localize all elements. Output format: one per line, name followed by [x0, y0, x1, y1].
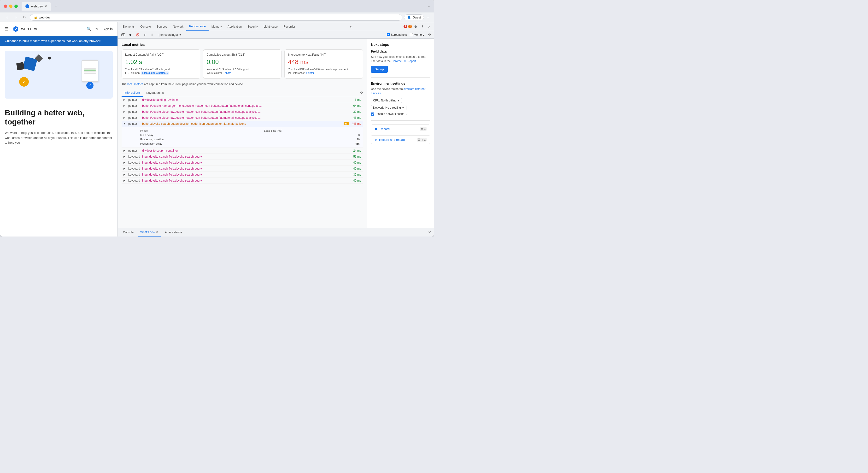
minimize-window-button[interactable] [9, 5, 12, 8]
next-steps-title: Next steps [371, 42, 430, 47]
bottom-tab-whats-new[interactable]: What's new ✕ [138, 228, 161, 237]
table-row[interactable]: ▶ keyboard input.devsite-search-field.de… [122, 178, 363, 184]
interactions-tab[interactable]: Interactions [122, 89, 144, 97]
tab-performance[interactable]: Performance [186, 22, 209, 31]
new-tab-button[interactable]: + [53, 3, 59, 10]
error-badge: 2 [404, 25, 407, 28]
table-row[interactable]: ▶ pointer div.devsite-search-container 2… [122, 148, 363, 154]
setup-button[interactable]: Set up [371, 66, 388, 73]
expand-icon[interactable]: ⌄ [428, 5, 430, 8]
url-text: web.dev [39, 16, 50, 19]
row-toggle-icon[interactable]: ▶ [123, 179, 126, 182]
row-toggle-icon[interactable]: ▶ [123, 104, 126, 107]
field-data-section: Field data See how your local metrics co… [371, 50, 430, 73]
row-toggle-icon[interactable]: ▶ [123, 155, 126, 158]
blue-check-icon: ✓ [89, 84, 91, 87]
search-icon[interactable]: 🔍 [87, 27, 91, 31]
row-toggle-icon[interactable]: ▼ [123, 122, 126, 125]
url-bar[interactable]: 🔒 web.dev [30, 14, 402, 21]
local-metrics-link[interactable]: local metrics [127, 83, 144, 86]
back-button[interactable]: ‹ [4, 14, 10, 21]
tab-security[interactable]: Security [245, 22, 261, 31]
devtools-panel: Elements Console Sources Network Perform… [118, 22, 434, 237]
tab-console[interactable]: Console [137, 22, 154, 31]
reload-button[interactable]: ↻ [21, 14, 28, 21]
disable-cache-checkbox[interactable] [371, 113, 374, 116]
table-row[interactable]: ▶ keyboard input.devsite-search-field.de… [122, 172, 363, 178]
table-row[interactable]: ▼ pointer button.devsite-search-button.d… [122, 121, 363, 127]
row-toggle-icon[interactable]: ▶ [123, 116, 126, 119]
row-toggle-icon[interactable]: ▶ [123, 98, 126, 101]
table-row[interactable]: ▶ keyboard input.devsite-search-field.de… [122, 160, 363, 166]
security-icon: 🔒 [34, 16, 37, 19]
clear-button[interactable]: 🚫 [135, 32, 140, 37]
memory-checkbox[interactable] [410, 33, 413, 36]
layout-shifts-tab[interactable]: Layout shifts [144, 89, 167, 96]
record-label: Record [379, 127, 390, 131]
tab-memory[interactable]: Memory [209, 22, 225, 31]
recordings-dropdown[interactable]: (no recordings) ▼ [157, 33, 184, 37]
row-toggle-icon[interactable]: ▶ [123, 110, 126, 113]
table-row[interactable]: ▶ keyboard input.devsite-search-field.de… [122, 166, 363, 172]
table-row[interactable]: ▶ keyboard input.devsite-search-field.de… [122, 154, 363, 160]
lcp-detail-link[interactable]: h3#building-a-better-... [141, 71, 169, 75]
help-icon[interactable]: ? [406, 112, 408, 116]
screenshots-checkbox[interactable] [387, 33, 390, 36]
record-button[interactable]: ⏺ Record ⌘ E [371, 124, 430, 134]
record-button[interactable]: ⏺ [128, 32, 133, 37]
memory-checkbox-label[interactable]: Memory [410, 33, 424, 36]
table-row[interactable]: ▶ pointer button#devsite-hamburger-menu.… [122, 103, 363, 109]
performance-main: Local metrics Largest Contentful Paint (… [118, 39, 367, 228]
bottom-right: ✕ [428, 230, 431, 235]
table-row[interactable]: ▶ pointer button#devsite-close-nav.devsi… [122, 115, 363, 121]
row-toggle-icon[interactable]: ▶ [123, 149, 126, 152]
close-window-button[interactable] [4, 5, 7, 8]
load-profile-button[interactable]: ⬆ [142, 32, 148, 37]
cls-card: Cumulative Layout Shift (CLS) 0.00 Your … [203, 50, 282, 79]
bottom-tab-ai[interactable]: AI assistance [162, 228, 184, 237]
row-toggle-icon[interactable]: ▶ [123, 167, 126, 170]
refresh-icon[interactable]: ⟳ [360, 91, 363, 94]
illus-blue-circle: ✓ [86, 82, 94, 89]
tab-lighthouse[interactable]: Lighthouse [261, 22, 281, 31]
tab-close-button[interactable]: ✕ [44, 5, 47, 8]
tab-application[interactable]: Application [225, 22, 245, 31]
bottom-tab-console[interactable]: Console [121, 228, 136, 237]
row-toggle-icon[interactable]: ▶ [123, 161, 126, 164]
maximize-window-button[interactable] [14, 5, 18, 8]
more-tabs-button[interactable]: » [350, 25, 352, 29]
tab-sources[interactable]: Sources [154, 22, 170, 31]
forward-button[interactable]: › [12, 14, 19, 21]
network-throttle-select[interactable]: Network: No throttling ▼ [371, 105, 406, 110]
tab-elements[interactable]: Elements [120, 22, 137, 31]
table-row[interactable]: ▶ pointer div.devsite-landing-row-inner … [122, 97, 363, 103]
close-bottom-bar-button[interactable]: ✕ [428, 230, 431, 235]
whats-new-close-icon[interactable]: ✕ [156, 231, 158, 234]
table-row[interactable]: ▶ pointer button#devsite-close-nav.devsi… [122, 109, 363, 115]
browser-menu-button[interactable]: ⋮ [426, 14, 430, 20]
browser-tab[interactable]: web.dev ✕ [22, 2, 51, 10]
tab-network[interactable]: Network [170, 22, 186, 31]
devtools-more-button[interactable]: ⋮ [420, 24, 425, 30]
profile-button[interactable]: 👤 Guest [404, 14, 424, 20]
hamburger-icon[interactable]: ☰ [5, 26, 9, 32]
disable-cache-label[interactable]: Disable network cache [375, 112, 404, 116]
tab-recorder[interactable]: Recorder [281, 22, 298, 31]
cpu-throttle-select[interactable]: CPU: No throttling ▼ [371, 98, 402, 103]
svg-point-1 [123, 34, 124, 35]
cls-detail-link[interactable]: 3 shifts [223, 71, 231, 75]
row-toggle-icon[interactable]: ▶ [123, 173, 126, 176]
capture-settings-button[interactable]: ⚙ [428, 33, 431, 37]
row-selector: input.devsite-search-field.devsite-searc… [142, 173, 349, 176]
save-profile-button[interactable]: ⬇ [149, 32, 155, 37]
record-reload-button[interactable]: ↻ Record and reload ⌘ ⇧ E [371, 135, 430, 144]
sign-in-button[interactable]: Sign in [102, 27, 113, 31]
inp-desc: Your local INP value of 448 ms needs imp… [288, 68, 360, 75]
close-devtools-button[interactable]: ✕ [426, 24, 432, 30]
inp-detail-link[interactable]: pointer [306, 71, 314, 75]
settings-button[interactable]: ⚙ [413, 24, 418, 30]
chrome-ux-report-link[interactable]: Chrome UX Report [392, 59, 416, 63]
screenshots-checkbox-label[interactable]: Screenshots [387, 33, 407, 36]
capture-screenshot-button[interactable] [121, 32, 126, 37]
theme-toggle-icon[interactable]: ☀ [95, 27, 98, 31]
